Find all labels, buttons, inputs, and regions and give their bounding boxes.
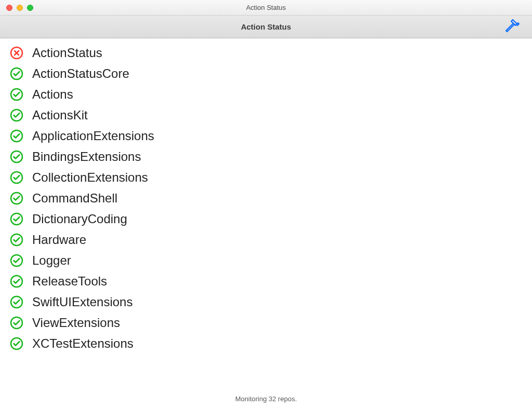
footer-status: Monitoring 32 repos.: [0, 390, 532, 409]
repo-name: XCTestExtensions: [32, 336, 134, 351]
repo-name: CollectionExtensions: [32, 170, 148, 185]
checkmark-circle-icon: [9, 295, 24, 309]
checkmark-circle-icon: [9, 170, 24, 185]
list-item[interactable]: ActionStatus: [0, 43, 532, 63]
checkmark-circle-icon: [9, 191, 24, 206]
list-item[interactable]: CollectionExtensions: [0, 167, 532, 188]
checkmark-circle-icon: [9, 233, 24, 247]
checkmark-circle-icon: [9, 274, 24, 289]
repo-name: ReleaseTools: [32, 274, 107, 289]
window-controls: [0, 5, 33, 11]
repo-name: Logger: [32, 253, 71, 268]
repo-name: ActionStatusCore: [32, 66, 129, 81]
list-item[interactable]: Logger: [0, 250, 532, 271]
checkmark-circle-icon: [9, 212, 24, 226]
checkmark-circle-icon: [9, 108, 24, 122]
repo-name: ApplicationExtensions: [32, 129, 154, 143]
checkmark-circle-icon: [9, 129, 24, 143]
list-item[interactable]: ActionStatusCore: [0, 63, 532, 84]
list-item[interactable]: ReleaseTools: [0, 271, 532, 292]
repo-name: ViewExtensions: [32, 316, 120, 330]
list-item[interactable]: Actions: [0, 84, 532, 105]
list-item[interactable]: ViewExtensions: [0, 312, 532, 333]
list-item[interactable]: Hardware: [0, 229, 532, 250]
repo-name: CommandShell: [32, 191, 117, 206]
list-item[interactable]: CommandShell: [0, 188, 532, 209]
hammer-icon: [505, 18, 522, 36]
repo-name: ActionStatus: [32, 46, 102, 60]
checkmark-circle-icon: [9, 253, 24, 268]
repo-name: SwiftUIExtensions: [32, 295, 132, 309]
list-item[interactable]: SwiftUIExtensions: [0, 292, 532, 312]
checkmark-circle-icon: [9, 149, 24, 164]
list-item[interactable]: ActionsKit: [0, 105, 532, 126]
list-item[interactable]: ApplicationExtensions: [0, 126, 532, 146]
checkmark-circle-icon: [9, 66, 24, 81]
build-button[interactable]: [503, 19, 524, 35]
checkmark-circle-icon: [9, 87, 24, 102]
repo-list[interactable]: ActionStatusActionStatusCoreActionsActio…: [0, 38, 532, 390]
repo-name: Actions: [32, 87, 73, 102]
xmark-circle-icon: [9, 46, 24, 60]
list-item[interactable]: XCTestExtensions: [0, 333, 532, 354]
titlebar: Action Status: [0, 0, 532, 16]
zoom-window-button[interactable]: [27, 5, 33, 11]
repo-name: ActionsKit: [32, 108, 88, 122]
checkmark-circle-icon: [9, 316, 24, 330]
toolbar: Action Status: [0, 16, 532, 38]
toolbar-title: Action Status: [0, 22, 532, 31]
list-item[interactable]: BindingsExtensions: [0, 146, 532, 167]
minimize-window-button[interactable]: [17, 5, 23, 11]
repo-name: DictionaryCoding: [32, 212, 127, 226]
repo-name: Hardware: [32, 233, 86, 247]
repo-name: BindingsExtensions: [32, 149, 141, 164]
list-item[interactable]: DictionaryCoding: [0, 209, 532, 229]
window-title: Action Status: [0, 4, 532, 11]
close-window-button[interactable]: [6, 5, 12, 11]
checkmark-circle-icon: [9, 336, 24, 351]
